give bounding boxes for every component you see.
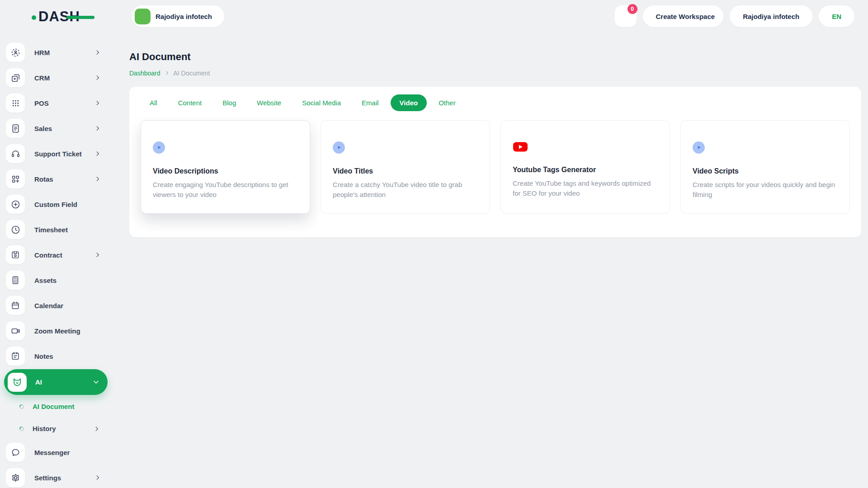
logo-green-bar	[66, 16, 94, 19]
chevron-right-icon	[94, 252, 101, 258]
sidebar-item-crm[interactable]: CRM	[0, 65, 112, 90]
language-dropdown[interactable]: EN	[819, 5, 854, 27]
chevron-right-icon	[94, 150, 101, 157]
notes-icon	[6, 347, 25, 366]
content-panel: AllContentBlogWebsiteSocial MediaEmailVi…	[129, 87, 861, 237]
sidebar-subitem-label: History	[33, 425, 56, 432]
ai-card-video-scripts[interactable]: Video Scripts Create scripts for your vi…	[680, 120, 850, 214]
card-title: Youtube Tags Generator	[513, 166, 658, 174]
sidebar-item-hrm[interactable]: HRM	[0, 40, 112, 65]
card-description: Create YouTube tags and keywords optimiz…	[513, 178, 658, 198]
tab-other[interactable]: Other	[429, 94, 465, 111]
ai-card-video-descriptions[interactable]: Video Descriptions Create engaging YouTu…	[141, 120, 310, 214]
create-workspace-button[interactable]: Create Workspace	[643, 5, 724, 27]
sidebar-subitem-history[interactable]: History	[0, 418, 112, 440]
play-circle-icon	[333, 141, 345, 154]
card-title: Video Titles	[333, 167, 478, 175]
sidebar-item-label: Timesheet	[34, 226, 68, 234]
sidebar-item-sales[interactable]: Sales	[0, 116, 112, 141]
company-dropdown-label: Rajodiya infotech	[743, 13, 799, 20]
tab-all[interactable]: All	[141, 94, 166, 111]
top-bar-right: 0 Create Workspace Rajodiya infotech EN	[615, 5, 855, 27]
zoom-meeting-icon	[6, 321, 25, 340]
sidebar-item-label: Zoom Meeting	[34, 327, 80, 335]
sidebar-item-rotas[interactable]: Rotas	[0, 166, 112, 192]
notification-badge: 0	[627, 4, 637, 14]
breadcrumb: DashboardAI Document	[129, 70, 861, 77]
workspace-selector[interactable]: Rajodiya infotech	[132, 5, 224, 27]
sidebar-item-calendar[interactable]: Calendar	[0, 293, 112, 318]
sidebar-item-label: Notes	[34, 352, 53, 360]
sidebar-item-custom-field[interactable]: Custom Field	[0, 192, 112, 217]
sidebar-subitem-label: AI Document	[33, 403, 75, 410]
ai-card-video-titles[interactable]: Video Titles Create a catchy YouTube vid…	[321, 120, 490, 214]
assets-icon	[6, 271, 25, 290]
sidebar-item-label: Assets	[34, 277, 57, 284]
tab-blog[interactable]: Blog	[213, 94, 245, 111]
chevron-right-icon	[94, 426, 100, 432]
sidebar-item-timesheet[interactable]: Timesheet	[0, 217, 112, 242]
sidebar-item-messenger[interactable]: Messenger	[0, 440, 112, 465]
card-title: Video Descriptions	[153, 167, 298, 175]
custom-field-icon	[6, 195, 25, 214]
sidebar-item-support-ticket[interactable]: Support Ticket	[0, 141, 112, 166]
sidebar-nav: HRM CRM POS Sales Support Ticket Rotas C…	[0, 33, 112, 488]
main-content: AI Document DashboardAI Document AllCont…	[112, 33, 868, 237]
sidebar-item-label: Support Ticket	[34, 150, 82, 158]
card-description: Create scripts for your videos quickly a…	[693, 180, 838, 200]
play-circle-icon	[693, 141, 705, 154]
chevron-right-icon	[94, 100, 101, 106]
card-description: Create engaging YouTube descriptions to …	[153, 180, 298, 200]
sidebar-item-label: CRM	[34, 74, 50, 82]
sales-icon	[6, 119, 25, 138]
bullet-icon	[19, 403, 25, 409]
company-dropdown[interactable]: Rajodiya infotech	[730, 5, 812, 27]
chevron-right-icon	[94, 125, 101, 131]
bullet-icon	[19, 425, 25, 432]
sidebar-item-label: Messenger	[34, 449, 70, 456]
top-bar: DASH Rajodiya infotech 0 Create Workspac…	[0, 0, 868, 33]
chevron-right-icon	[94, 176, 101, 182]
chevron-right-icon	[94, 75, 101, 81]
tab-video[interactable]: Video	[391, 94, 427, 111]
sidebar-item-ai[interactable]: AI	[4, 369, 108, 395]
sidebar-item-zoom-meeting[interactable]: Zoom Meeting	[0, 318, 112, 343]
sidebar-item-settings[interactable]: Settings	[0, 465, 112, 488]
sidebar-item-contract[interactable]: Contract	[0, 242, 112, 267]
sidebar-item-pos[interactable]: POS	[0, 90, 112, 116]
messages-button[interactable]: 0	[615, 5, 637, 27]
tab-email[interactable]: Email	[353, 94, 388, 111]
chevron-right-icon	[94, 49, 101, 56]
card-description: Create a catchy YouTube video title to g…	[333, 180, 478, 200]
sidebar-subitem-ai-document[interactable]: AI Document	[0, 395, 112, 418]
play-circle-icon	[153, 141, 165, 154]
support-ticket-icon	[6, 144, 25, 163]
chevron-right-icon	[94, 474, 101, 481]
ai-fox-icon	[8, 373, 27, 392]
tab-website[interactable]: Website	[248, 94, 290, 111]
sidebar-item-notes[interactable]: Notes	[0, 343, 112, 369]
tab-content[interactable]: Content	[169, 94, 211, 111]
pos-icon	[6, 94, 25, 113]
crm-icon	[6, 68, 25, 87]
youtube-icon	[513, 141, 528, 152]
tab-social-media[interactable]: Social Media	[293, 94, 350, 111]
template-cards-grid: Video Descriptions Create engaging YouTu…	[141, 120, 850, 214]
workspace-logo-icon	[135, 9, 151, 24]
create-workspace-label: Create Workspace	[656, 13, 715, 20]
sidebar-item-label: Custom Field	[34, 201, 77, 208]
app-logo[interactable]: DASH	[32, 9, 80, 23]
hrm-icon	[6, 43, 25, 62]
rotas-icon	[6, 169, 25, 188]
top-bar-left: DASH	[0, 9, 112, 23]
contract-icon	[6, 245, 25, 264]
sidebar-item-label: AI	[35, 378, 42, 386]
sidebar-item-label: Calendar	[34, 302, 63, 310]
card-title: Video Scripts	[693, 167, 838, 175]
breadcrumb-link-dashboard[interactable]: Dashboard	[129, 70, 160, 77]
sidebar-item-assets[interactable]: Assets	[0, 267, 112, 293]
settings-icon	[6, 468, 25, 487]
ai-card-youtube-tags-generator[interactable]: Youtube Tags Generator Create YouTube ta…	[500, 120, 670, 214]
sidebar-item-label: POS	[34, 99, 49, 107]
chevron-down-icon	[93, 379, 99, 385]
